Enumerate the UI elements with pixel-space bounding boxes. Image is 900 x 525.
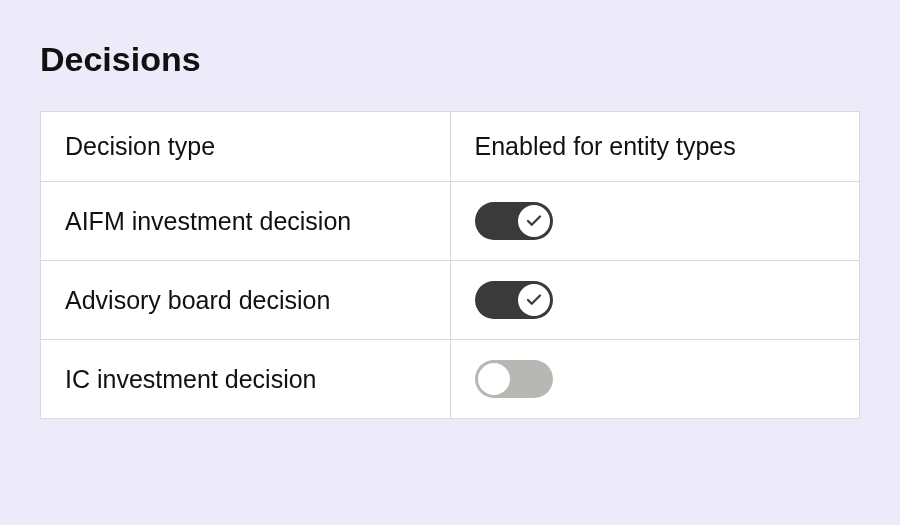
table-row: Advisory board decision [41, 261, 860, 340]
check-icon [525, 212, 543, 230]
toggle-enabled[interactable] [475, 360, 553, 398]
toggle-knob [518, 205, 550, 237]
decision-type-label: IC investment decision [41, 340, 451, 419]
decision-type-label: AIFM investment decision [41, 182, 451, 261]
decision-type-label: Advisory board decision [41, 261, 451, 340]
toggle-knob [518, 284, 550, 316]
toggle-enabled[interactable] [475, 202, 553, 240]
check-icon [525, 291, 543, 309]
table-row: AIFM investment decision [41, 182, 860, 261]
decisions-table: Decision type Enabled for entity types A… [40, 111, 860, 419]
table-row: IC investment decision [41, 340, 860, 419]
page-title: Decisions [40, 40, 860, 79]
table-header-enabled: Enabled for entity types [450, 112, 860, 182]
toggle-enabled[interactable] [475, 281, 553, 319]
toggle-knob [478, 363, 510, 395]
table-header-decision-type: Decision type [41, 112, 451, 182]
